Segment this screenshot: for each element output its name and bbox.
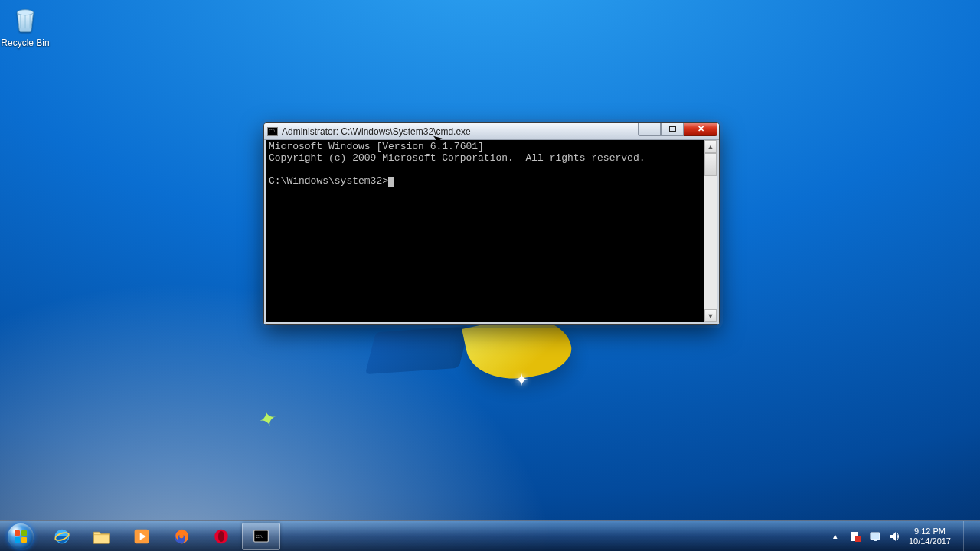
recycle-bin-label: Recycle Bin: [0, 37, 54, 48]
taskbar-item-opera[interactable]: [202, 523, 240, 550]
svg-point-7: [218, 531, 224, 542]
wallpaper-sparkle: ✦: [514, 370, 528, 390]
clock-date: 10/14/2017: [909, 536, 951, 546]
opera-icon: [211, 526, 232, 547]
taskbar-item-explorer[interactable]: [83, 523, 121, 550]
svg-rect-11: [855, 536, 861, 542]
clock-time: 9:12 PM: [909, 527, 951, 536]
svg-marker-14: [890, 532, 896, 541]
volume-icon[interactable]: [889, 530, 901, 543]
maximize-button[interactable]: [661, 122, 684, 136]
taskbar-item-firefox[interactable]: [162, 523, 201, 550]
tray-overflow-button[interactable]: ▴: [829, 530, 841, 543]
cmd-window[interactable]: Administrator: C:\Windows\System32\cmd.e…: [263, 122, 720, 325]
desktop[interactable]: ✦ ✦ Recycle Bin Administrator: C:\Window…: [0, 0, 980, 551]
svg-rect-13: [874, 540, 877, 541]
media-player-icon: [131, 526, 152, 547]
cmd-line: Microsoft Windows [Version 6.1.7601]: [269, 141, 484, 152]
network-icon[interactable]: [869, 530, 881, 543]
svg-rect-12: [871, 533, 880, 540]
cmd-title: Administrator: C:\Windows\System32\cmd.e…: [282, 126, 471, 137]
taskbar-item-ie[interactable]: [43, 523, 81, 550]
taskbar-item-cmd[interactable]: C:\: [242, 523, 280, 550]
svg-text:C:\: C:\: [256, 533, 263, 539]
taskbar: C:\ ▴ 9:12 PM 10/14/2017: [0, 520, 980, 551]
cmd-icon: C:\: [250, 526, 272, 547]
show-desktop-button[interactable]: [963, 521, 972, 552]
ie-icon: [51, 526, 73, 547]
trash-icon: [0, 3, 54, 37]
scroll-track[interactable]: [704, 176, 717, 309]
svg-point-0: [18, 10, 34, 15]
wallpaper-flag: [365, 326, 469, 374]
scroll-thumb[interactable]: [704, 153, 717, 176]
scrollbar[interactable]: ▲ ▼: [704, 140, 717, 322]
start-button[interactable]: [3, 522, 38, 551]
taskbar-item-media-player[interactable]: [122, 523, 161, 550]
minimize-button[interactable]: ─: [638, 122, 661, 136]
system-tray: ▴ 9:12 PM 10/14/2017: [829, 521, 977, 552]
cmd-cursor: [388, 177, 394, 187]
firefox-icon: [171, 526, 192, 547]
cmd-line: Copyright (c) 2009 Microsoft Corporation…: [269, 152, 645, 164]
scroll-up-button[interactable]: ▲: [704, 140, 717, 153]
clock[interactable]: 9:12 PM 10/14/2017: [909, 527, 951, 546]
close-button[interactable]: ✕: [684, 122, 717, 136]
cmd-icon: [267, 127, 278, 136]
cmd-prompt: C:\Windows\system32>: [269, 175, 388, 187]
cmd-titlebar[interactable]: Administrator: C:\Windows\System32\cmd.e…: [264, 123, 719, 140]
action-center-icon[interactable]: [849, 530, 861, 543]
recycle-bin-icon[interactable]: Recycle Bin: [0, 3, 54, 48]
scroll-down-button[interactable]: ▼: [704, 309, 717, 322]
folder-icon: [91, 526, 113, 547]
cmd-output[interactable]: Microsoft Windows [Version 6.1.7601] Cop…: [266, 140, 704, 322]
